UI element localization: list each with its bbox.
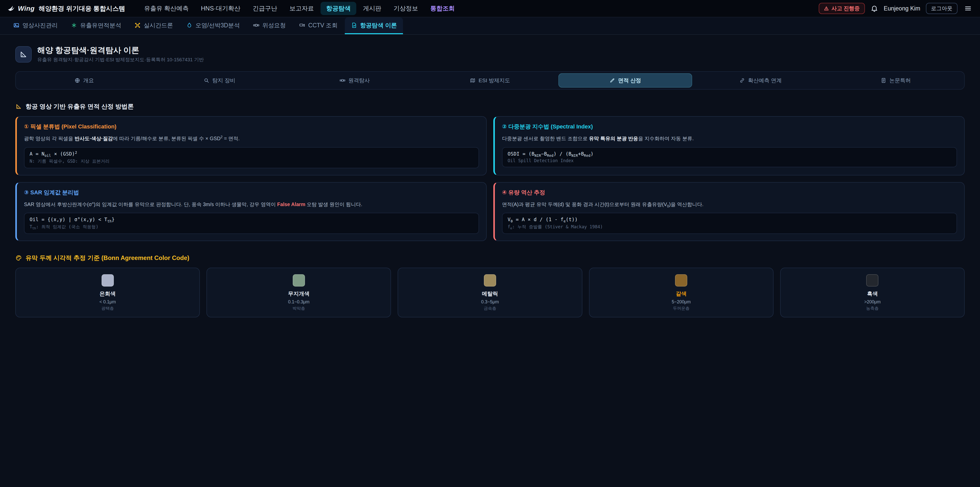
hamburger-menu-icon[interactable] — [963, 3, 973, 13]
tab-remote-sensing[interactable]: 원격탐사 — [288, 73, 422, 88]
nav-item-weather[interactable]: 기상정보 — [388, 2, 424, 15]
method-card-body: 다중분광 센서로 촬영한 밴드 조합으로 유막 특유의 분광 반응을 지수화하여… — [502, 134, 957, 142]
subnav-label: CCTV 조회 — [308, 21, 338, 29]
drone-icon — [135, 22, 141, 28]
tab-esi-map[interactable]: ESI 방제지도 — [423, 73, 557, 88]
bonn-thickness-range: 0.1~0.3μm — [212, 299, 385, 305]
nav-item-integrated-search[interactable]: 통합조회 — [425, 2, 460, 15]
subnav-item-aerial-theory[interactable]: 항공탐색 이론 — [345, 18, 403, 34]
tab-detection-equipment[interactable]: 탐지 장비 — [153, 73, 286, 88]
bonn-card-black: 흑색 >200μm 농축층 — [780, 268, 965, 318]
method-card-body: SAR 영상에서 후방산란계수(σ°)의 임계값 이하를 유막으로 판정합니다.… — [24, 200, 479, 208]
subnav-item-cctv-view[interactable]: CCTV 조회 — [293, 18, 344, 34]
bonn-layer-desc: 농축층 — [786, 306, 959, 311]
alert-icon — [824, 6, 829, 11]
bonn-card-brown: 갈색 5~200μm 두꺼운층 — [589, 268, 773, 318]
formula-block: A = Noil × (GSD)2 N: 기름 픽셀수, GSD: 지상 표본거… — [24, 147, 479, 168]
method-card-title: ③ SAR 임계값 분리법 — [24, 189, 479, 196]
bonn-layer-desc: 금속층 — [403, 306, 576, 311]
palette-icon — [15, 255, 22, 261]
satellite-icon — [253, 22, 259, 28]
tab-papers-patents[interactable]: 논문특허 — [829, 73, 963, 88]
nav-item-hns-air-diffusion[interactable]: HNS·대기확산 — [195, 2, 246, 15]
methods-grid: ① 픽셀 분류법 (Pixel Classification) 광학 영상의 각… — [15, 116, 965, 241]
bonn-name: 은회색 — [21, 290, 194, 297]
bonn-name: 무지개색 — [212, 290, 385, 297]
formula-text: A = Noil × (GSD)2 — [30, 151, 473, 156]
nav-item-oil-diffusion-forecast[interactable]: 유출유 확산예측 — [138, 2, 194, 15]
subnav-label: 위성요청 — [262, 21, 286, 29]
cctv-icon — [299, 22, 305, 28]
bonn-thickness-range: 0.3~5μm — [403, 299, 576, 305]
method-card-title: ① 픽셀 분류법 (Pixel Classification) — [24, 123, 479, 131]
bonn-section-title: 유막 두께 시각적 추정 기준 (Bonn Agreement Color Co… — [25, 254, 189, 262]
tab-overview[interactable]: 개요 — [18, 73, 151, 88]
ruler-icon — [609, 78, 615, 83]
set-square-icon — [19, 50, 27, 59]
bonn-card-metallic: 메탈릭 0.3~5μm 금속층 — [398, 268, 582, 318]
method-card-volume-back-estimation: ④ 유량 역산 추정 면적(A)과 평균 유막 두께(d) 및 풍화 경과 시간… — [493, 182, 965, 241]
bonn-card-rainbow: 무지개색 0.1~0.3μm 박막층 — [207, 268, 391, 318]
logout-button[interactable]: 로그아웃 — [926, 3, 958, 14]
bonn-name: 메탈릭 — [403, 290, 576, 297]
bonn-name: 흑색 — [786, 290, 959, 297]
method-card-pixel-classification: ① 픽셀 분류법 (Pixel Classification) 광학 영상의 각… — [15, 116, 487, 175]
tab-label: 개요 — [83, 77, 94, 84]
nav-item-emergency-rescue[interactable]: 긴급구난 — [247, 2, 283, 15]
nav-item-reports[interactable]: 보고자료 — [284, 2, 320, 15]
app-logo[interactable]: Wing 해양환경 위기대응 통합시스템 — [7, 4, 125, 13]
subnav-item-satellite-request[interactable]: 위성요청 — [247, 18, 292, 34]
triangle-ruler-icon — [15, 103, 22, 110]
subnav-item-oil-area-analysis[interactable]: 유출유면적분석 — [65, 18, 127, 34]
color-swatch — [484, 274, 496, 287]
system-title: 해양환경 위기대응 통합시스템 — [39, 4, 125, 13]
page-header: 해양 항공탐색·원격탐사 이론 유출유 원격탐지·항공감시 기법·ESI 방제정… — [15, 45, 965, 63]
subnav-label: 실시간드론 — [144, 21, 173, 29]
color-swatch — [293, 274, 305, 287]
formula-note: fe: 누적 증발률 (Stiver & Mackay 1984) — [508, 224, 951, 230]
formula-note: N: 기름 픽셀수, GSD: 지상 표본거리 — [30, 158, 473, 164]
notification-bell-icon[interactable] — [870, 5, 878, 12]
incident-status-badge[interactable]: 사고 진행중 — [819, 3, 865, 14]
tab-diffusion-link[interactable]: 확산예측 연계 — [694, 73, 827, 88]
link-icon — [739, 78, 745, 83]
formula-note: Oil Spill Detection Index — [508, 158, 951, 163]
map-icon — [470, 78, 476, 83]
subnav-item-pollution-ship-3d[interactable]: 오염/선박3D분석 — [180, 18, 246, 34]
logo-text: Wing — [18, 5, 35, 13]
pollution-ship-3d-icon — [186, 22, 192, 28]
nav-item-aerial-search[interactable]: 항공탐색 — [321, 2, 356, 15]
bonn-section: 유막 두께 시각적 추정 기준 (Bonn Agreement Color Co… — [15, 254, 965, 318]
bonn-thickness-range: >200μm — [786, 299, 959, 305]
methods-section-title: 항공 영상 기반 유출유 면적 산정 방법론 — [25, 102, 134, 110]
formula-text: V0 = A × d / (1 - fe(t)) — [508, 217, 951, 222]
top-nav: Wing 해양환경 위기대응 통합시스템 유출유 확산예측 HNS·대기확산 긴… — [0, 0, 980, 18]
bonn-layer-desc: 두꺼운층 — [595, 306, 768, 311]
bonn-grid: 은회색 < 0.1μm 광택층 무지개색 0.1~0.3μm 박막층 메탈릭 0… — [15, 268, 965, 318]
subnav-item-realtime-drone[interactable]: 실시간드론 — [128, 18, 179, 34]
tab-area-estimation[interactable]: 면적 산정 — [558, 73, 692, 88]
method-card-title: ② 다중분광 지수법 (Spectral Index) — [502, 123, 957, 131]
wing-logo-icon — [7, 5, 15, 12]
formula-note: Tth: 최적 임계값 (국소 적응형) — [30, 224, 473, 230]
main-content: 해양 항공탐색·원격탐사 이론 유출유 원격탐지·항공감시 기법·ESI 방제정… — [0, 45, 980, 338]
subnav-label: 항공탐색 이론 — [360, 21, 397, 29]
page-title: 해양 항공탐색·원격탐사 이론 — [37, 45, 204, 55]
nav-item-board[interactable]: 게시판 — [357, 2, 387, 15]
formula-text: OSDI = (BNIR−BRed) / (BNIR+BRed) — [508, 151, 951, 156]
bonn-name: 갈색 — [595, 290, 768, 297]
method-card-title: ④ 유량 역산 추정 — [502, 189, 957, 196]
satellite-icon — [340, 78, 345, 83]
top-right-cluster: 사고 진행중 Eunjeong Kim 로그아웃 — [819, 3, 973, 14]
tab-label: 면적 산정 — [618, 77, 641, 84]
subnav-label: 유출유면적분석 — [80, 21, 121, 29]
bonn-card-silver-gray: 은회색 < 0.1μm 광택층 — [15, 268, 200, 318]
tab-label: 원격탐사 — [348, 77, 370, 84]
page-subtitle: 유출유 원격탐지·항공감시 기법·ESI 방제정보지도·등록특허 10-1567… — [37, 56, 204, 63]
image-icon — [13, 22, 19, 28]
method-card-spectral-index: ② 다중분광 지수법 (Spectral Index) 다중분광 센서로 촬영한… — [493, 116, 965, 175]
formula-block: Oil = {(x,y) | σ°(x,y) < Tth} Tth: 최적 임계… — [24, 213, 479, 234]
detector-icon — [204, 78, 209, 83]
bonn-thickness-range: 5~200μm — [595, 299, 768, 305]
subnav-item-image-management[interactable]: 영상사진관리 — [7, 18, 64, 34]
